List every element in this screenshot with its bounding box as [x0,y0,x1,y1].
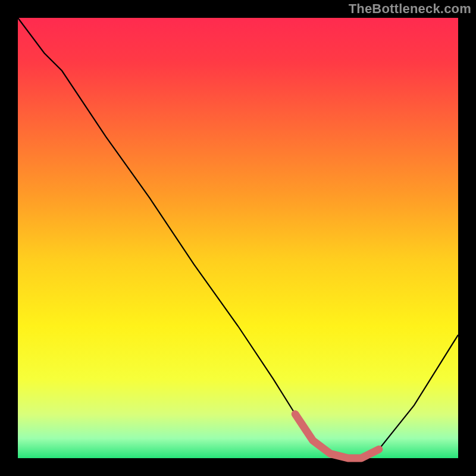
watermark-text: TheBottleneck.com [349,1,471,17]
gradient-background [18,18,458,458]
bottleneck-chart [0,0,476,476]
chart-frame: TheBottleneck.com [0,0,476,476]
